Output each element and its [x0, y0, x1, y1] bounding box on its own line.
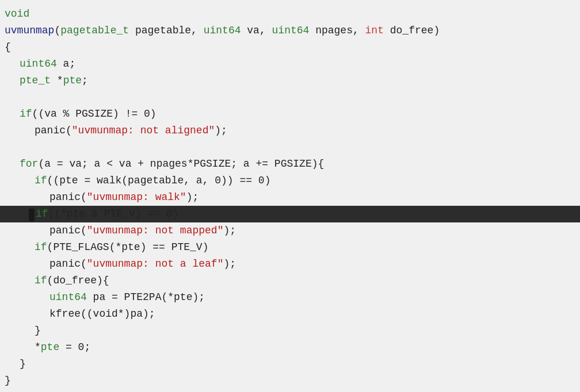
code-line: uint64 a; — [0, 56, 580, 72]
code-token: ((pte = walk(pagetable, a, 0)) == 0) — [47, 173, 271, 188]
code-token: = 0; — [59, 340, 90, 355]
code-line: panic("uvmunmap: walk"); — [0, 189, 580, 206]
code-token: "uvmunmap: not mapped" — [87, 223, 224, 238]
code-token: panic( — [35, 123, 72, 138]
code-token: } — [5, 373, 11, 388]
code-token — [129, 23, 135, 38]
code-line: void — [0, 6, 580, 22]
code-token: , — [191, 23, 204, 38]
code-token: pa = PTE2PA(*pte); — [87, 290, 205, 305]
code-token: if — [35, 173, 47, 188]
code-line: uvmunmap(pagetable_t pagetable, uint64 v… — [0, 22, 580, 39]
code-token: uint64 — [204, 23, 241, 38]
code-token: do_free) — [384, 23, 440, 38]
code-line: panic("uvmunmap: not mapped"); — [0, 222, 580, 239]
code-line: panic("uvmunmap: not a leaf"); — [0, 256, 580, 272]
code-token: * — [51, 73, 63, 88]
code-line: pte_t *pte; — [0, 72, 580, 89]
code-line: panic("uvmunmap: not aligned"); — [0, 122, 580, 139]
code-token: uvmunmap — [5, 23, 54, 38]
code-token: uint64 — [272, 23, 310, 38]
code-token: panic( — [49, 190, 87, 205]
code-token: uint64 — [20, 56, 57, 71]
code-token: kfree((void*)pa); — [49, 306, 155, 321]
code-token: ); — [223, 223, 236, 238]
code-token: ); — [186, 190, 199, 205]
code-token: ((*pte & PTE_V) == 0) — [48, 206, 179, 221]
code-token: (a = va; a < va + npages*PGSIZE; a += PG… — [38, 156, 324, 171]
code-token: ); — [215, 123, 227, 138]
code-token: } — [20, 356, 26, 371]
code-line: if((pte = walk(pagetable, a, 0)) == 0) — [0, 172, 580, 189]
code-token: if — [35, 273, 47, 288]
code-token: ); — [223, 256, 236, 271]
code-line: if((va % PGSIZE) != 0) — [0, 106, 580, 122]
code-token: "uvmunmap: walk" — [87, 190, 186, 205]
code-line — [0, 89, 580, 106]
code-token: va, — [241, 23, 272, 38]
code-token: ; — [82, 73, 88, 88]
code-token: npages, — [309, 23, 365, 38]
code-token: pte_t — [20, 73, 51, 88]
code-token: pagetable_t — [60, 23, 129, 38]
code-line: *pte = 0; — [0, 339, 580, 356]
code-token: } — [35, 323, 41, 338]
code-token: ((va % PGSIZE) != 0) — [32, 106, 157, 121]
code-token: ( — [54, 23, 60, 38]
code-line: if((*pte & PTE_V) == 0) — [0, 206, 580, 222]
code-token: "uvmunmap: not aligned" — [72, 123, 215, 138]
code-line: uint64 pa = PTE2PA(*pte); — [0, 289, 580, 306]
code-line: { — [0, 39, 580, 56]
code-line: if(do_free){ — [0, 272, 580, 289]
code-line: } — [0, 372, 580, 389]
code-line — [0, 139, 580, 156]
code-token: (PTE_FLAGS(*pte) == PTE_V) — [47, 240, 209, 255]
code-token: uint64 — [49, 290, 87, 305]
code-token: panic( — [49, 223, 87, 238]
code-token: if — [35, 240, 47, 255]
code-token: if — [20, 106, 32, 121]
code-token: panic( — [49, 256, 87, 271]
code-token: void — [5, 6, 29, 21]
code-line: if(PTE_FLAGS(*pte) == PTE_V) — [0, 239, 580, 256]
code-token: pte — [63, 73, 82, 88]
cursor-block — [29, 209, 35, 221]
code-token: if — [36, 206, 48, 221]
code-editor: voiduvmunmap(pagetable_t pagetable, uint… — [0, 0, 580, 392]
code-token: "uvmunmap: not a leaf" — [87, 256, 224, 271]
code-line: kfree((void*)pa); — [0, 306, 580, 322]
code-token: for — [20, 156, 38, 171]
code-line: } — [0, 356, 580, 372]
code-token: * — [35, 340, 41, 355]
code-token: { — [5, 40, 11, 55]
code-token: int — [365, 23, 384, 38]
code-line: for(a = va; a < va + npages*PGSIZE; a +=… — [0, 156, 580, 172]
code-token: (do_free){ — [47, 273, 109, 288]
code-token: a; — [57, 56, 75, 71]
code-token: pte — [41, 340, 59, 355]
code-line: } — [0, 322, 580, 339]
code-token: pagetable — [135, 23, 191, 38]
